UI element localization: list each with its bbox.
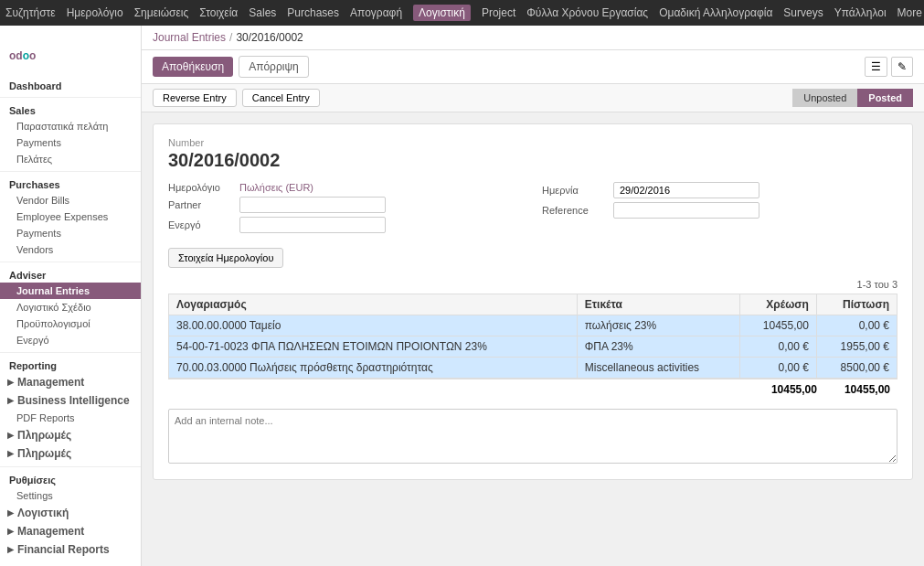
top-navigation: Συζητήστε Ημερολόγιο Σημειώσεις Στοιχεία… — [0, 0, 924, 26]
sidebar-section-rythmiseis: Ρυθμίσεις — [0, 471, 141, 487]
logo-area: odoo — [0, 29, 141, 77]
sidebar-item-vendor-bills[interactable]: Vendor Bills — [0, 192, 141, 208]
entries-table: Λογαριασμός Ετικέτα Χρέωση Πίστωση 38.00… — [168, 294, 897, 379]
arrow-icon: ▶ — [7, 545, 14, 554]
reference-label: Reference — [542, 205, 606, 216]
nav-item-notes[interactable]: Σημειώσεις — [134, 6, 189, 19]
form-row-reference: Reference — [542, 202, 897, 219]
table-row[interactable]: 54-00-71-0023 ΦΠΑ ΠΩΛΗΣΕΩΝ ΕΤΟΙΜΩΝ ΠΡΟΙΟ… — [169, 336, 897, 358]
cell-label: πωλήσεις 23% — [577, 315, 739, 336]
sidebar-item-pliromies-2[interactable]: ▶ Πληρωμές — [0, 444, 141, 463]
col-credit: Πίστωση — [816, 294, 897, 315]
list-view-button[interactable]: ☰ — [865, 57, 887, 77]
cancel-entry-button[interactable]: Cancel Entry — [242, 89, 320, 107]
table-totals: 10455,00 10455,00 — [168, 379, 897, 400]
nav-item-project[interactable]: Project — [482, 6, 515, 19]
journal-number: 30/2016/0002 — [168, 150, 897, 171]
col-debit: Χρέωση — [739, 294, 816, 315]
status-posted[interactable]: Posted — [857, 89, 913, 107]
sidebar-item-energo[interactable]: Ενεργό — [0, 332, 141, 348]
number-label: Number — [168, 137, 897, 148]
nav-item-more[interactable]: More » — [897, 6, 924, 19]
sidebar-item-proipologismoi[interactable]: Προϋπολογισμοί — [0, 315, 141, 332]
form-card: Number 30/2016/0002 Ημερολόγιο Πωλήσεις … — [153, 123, 913, 480]
status-unposted[interactable]: Unposted — [792, 89, 857, 107]
active-select[interactable] — [239, 217, 386, 233]
date-label: Ημερνία — [542, 185, 606, 196]
partner-input[interactable] — [239, 197, 386, 213]
total-debit: 10455,00 — [771, 383, 817, 396]
breadcrumb-separator: / — [229, 31, 232, 44]
form-row-active: Ενεργό — [168, 217, 524, 233]
sidebar-item-customer-invoices[interactable]: Παραστατικά πελάτη — [0, 118, 141, 134]
nav-item-timesheets[interactable]: Φύλλα Χρόνου Εργασίας — [526, 6, 648, 19]
reference-input[interactable] — [613, 202, 759, 219]
cell-credit: 8500,00 € — [816, 358, 897, 379]
form-left-col: Ημερολόγιο Πωλήσεις (EUR) Partner Ενεργό — [168, 182, 524, 237]
breadcrumb: Journal Entries / 30/2016/0002 — [142, 26, 924, 50]
nav-item-purchases[interactable]: Purchases — [287, 6, 339, 19]
form-fields: Ημερολόγιο Πωλήσεις (EUR) Partner Ενεργό — [168, 182, 897, 237]
status-bar: Reverse Entry Cancel Entry Unposted Post… — [142, 84, 924, 112]
edit-view-button[interactable]: ✎ — [891, 57, 913, 77]
sidebar-item-employee-expenses[interactable]: Employee Expenses — [0, 208, 141, 225]
internal-note-textarea[interactable] — [168, 409, 897, 464]
sidebar-section-purchases: Purchases — [0, 176, 141, 192]
sidebar-item-management2[interactable]: ▶ Management — [0, 522, 141, 540]
cell-label: ΦΠΑ 23% — [577, 336, 739, 358]
reverse-entry-button[interactable]: Reverse Entry — [153, 89, 237, 107]
sidebar-item-management[interactable]: ▶ Management — [0, 373, 141, 391]
journal-details-button[interactable]: Στοιχεία Ημερολογίου — [168, 248, 283, 268]
active-label: Ενεργό — [168, 219, 232, 230]
sidebar-item-customers[interactable]: Πελάτες — [0, 151, 141, 167]
nav-item-sales[interactable]: Sales — [249, 6, 276, 19]
table-row[interactable]: 38.00.00.0000 Ταμείο πωλήσεις 23% 10455,… — [169, 315, 897, 336]
action-bar-right: ☰ ✎ — [865, 57, 913, 77]
cell-debit: 0,00 € — [739, 336, 816, 358]
sidebar-item-settings[interactable]: Settings — [0, 487, 141, 504]
cell-account: 54-00-71-0023 ΦΠΑ ΠΩΛΗΣΕΩΝ ΕΤΟΙΜΩΝ ΠΡΟΙΟ… — [169, 336, 578, 358]
discard-button[interactable]: Απόρριψη — [239, 56, 309, 78]
sidebar-item-pliromies-1[interactable]: ▶ Πληρωμές — [0, 426, 141, 444]
nav-item-stoixeia[interactable]: Στοιχεία — [199, 6, 238, 19]
nav-item-logistiki[interactable]: Λογιστική — [413, 5, 471, 21]
status-indicator: Unposted Posted — [792, 89, 913, 107]
arrow-icon: ▶ — [7, 378, 14, 387]
sidebar-item-logistiko-sxedio[interactable]: Λογιστικό Σχέδιο — [0, 299, 141, 315]
sidebar: odoo Dashboard Sales Παραστατικά πελάτη … — [0, 26, 142, 566]
sidebar-item-financial-reports[interactable]: ▶ Financial Reports — [0, 540, 141, 559]
nav-item-calendar[interactable]: Ημερολόγιο — [67, 6, 123, 19]
arrow-icon: ▶ — [7, 508, 14, 518]
nav-item-employees[interactable]: Υπάλληλοι — [834, 6, 887, 19]
form-row-journal: Ημερολόγιο Πωλήσεις (EUR) — [168, 182, 524, 193]
sidebar-section-reporting: Reporting — [0, 357, 141, 373]
sidebar-item-pdf-reports[interactable]: PDF Reports — [0, 410, 141, 426]
cell-account: 70.00.03.0000 Πωλήσεις πρόσθετης δραστηρ… — [169, 358, 578, 379]
partner-label: Partner — [168, 199, 232, 210]
nav-item-apografi[interactable]: Απογραφή — [350, 6, 402, 19]
breadcrumb-current: 30/2016/0002 — [236, 31, 303, 44]
sidebar-item-sales-payments[interactable]: Payments — [0, 134, 141, 151]
table-row[interactable]: 70.00.03.0000 Πωλήσεις πρόσθετης δραστηρ… — [169, 358, 897, 379]
table-pagination: 1-3 του 3 — [168, 277, 897, 294]
nav-item-surveys[interactable]: Surveys — [783, 6, 823, 19]
date-input[interactable] — [613, 182, 759, 198]
save-button[interactable]: Αποθήκευση — [153, 57, 233, 77]
sidebar-item-purchase-payments[interactable]: Payments — [0, 225, 141, 241]
nav-item-discuss[interactable]: Συζητήστε — [5, 6, 56, 19]
sidebar-item-logistiki[interactable]: ▶ Λογιστική — [0, 504, 141, 522]
sidebar-section-dashboard: Dashboard — [0, 77, 141, 93]
cell-credit: 1955,00 € — [816, 336, 897, 358]
main-layout: odoo Dashboard Sales Παραστατικά πελάτη … — [0, 26, 924, 566]
arrow-icon: ▶ — [7, 431, 14, 440]
cell-label: Miscellaneous activities — [577, 358, 739, 379]
journal-label: Ημερολόγιο — [168, 182, 232, 193]
form-row-partner: Partner — [168, 197, 524, 213]
breadcrumb-parent-link[interactable]: Journal Entries — [153, 31, 226, 44]
journal-value[interactable]: Πωλήσεις (EUR) — [239, 182, 313, 193]
sidebar-item-business-intelligence[interactable]: ▶ Business Intelligence — [0, 391, 141, 410]
active-select-wrapper — [239, 217, 386, 233]
nav-item-mass-mail[interactable]: Ομαδική Αλληλογραφία — [659, 6, 772, 19]
sidebar-item-vendors[interactable]: Vendors — [0, 241, 141, 258]
sidebar-item-journal-entries[interactable]: Journal Entries — [0, 283, 141, 299]
